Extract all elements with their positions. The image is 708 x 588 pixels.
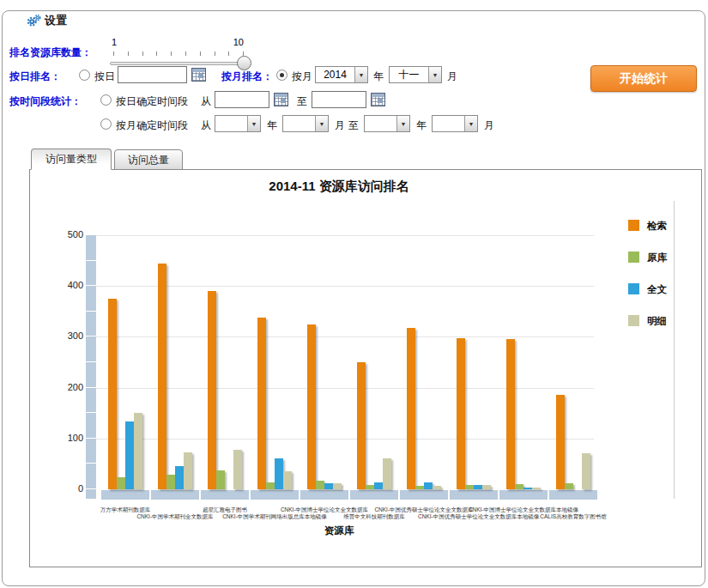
daily-rank-label: 按日排名： [9,70,61,84]
chevron-down-icon[interactable]: ▼ [354,67,367,82]
bar-原库 [465,485,474,489]
chevron-down-icon[interactable]: ▼ [464,116,477,131]
slider-ticks [113,52,244,56]
legend-label: 原库 [647,252,667,264]
bar-明细 [333,483,342,489]
chart-right-border [674,201,675,499]
period-to-date-input[interactable] [312,91,366,108]
to-month-select[interactable]: ▼ [432,115,478,132]
bar-原库 [415,486,424,489]
year-unit-label: 年 [373,70,384,84]
bar-全文 [424,482,433,489]
x-axis-band-segment [549,490,597,500]
to-year-select[interactable]: ▼ [364,115,410,132]
bar-原库 [266,482,275,489]
period-by-month-radio-label[interactable]: 按月确定时间段 [116,118,188,133]
by-month-radio[interactable] [276,70,287,81]
x-category-label: CNKI-中国学术期刊网络出版总库本地镜像 [219,513,330,521]
from-month-value [283,116,315,131]
bar-检索 [506,339,515,489]
bar-明细 [532,488,541,489]
x-axis-band-segment [201,490,249,500]
resource-count-label: 排名资源库数量： [9,45,92,60]
x-axis-title: 资源库 [30,524,648,537]
daily-date-input[interactable] [118,66,187,83]
y-axis-band [86,235,96,499]
x-category-label: 维普中文科技期刊数据库 [318,513,430,521]
bar-明细 [283,471,292,489]
bar-明细 [134,413,142,489]
legend-label: 检索 [647,220,667,233]
month-unit-label: 月 [335,118,345,133]
gear-icon [27,15,41,27]
slider-handle[interactable] [237,56,251,70]
bar-检索 [357,362,366,489]
x-category-label: CNKI-中国学术期刊全文数据库 [119,513,231,521]
to-month-value [433,116,464,131]
bar-检索 [108,299,117,489]
year-unit-label: 年 [267,118,277,133]
chevron-down-icon[interactable]: ▼ [315,116,328,131]
legend-swatch-全文 [628,283,639,294]
period-by-day-radio[interactable] [100,94,112,106]
bar-检索 [208,291,216,489]
period-from-date-input[interactable] [215,91,269,108]
by-day-radio[interactable] [79,70,90,81]
bar-检索 [307,324,316,489]
year-select[interactable]: 2014 ▼ [315,66,368,83]
bar-全文 [175,466,184,489]
y-tick-label: 100 [45,433,83,443]
slider-max-label: 10 [233,37,244,47]
from-label: 从 [201,118,211,133]
period-by-day-radio-label[interactable]: 按日确定时间段 [116,94,188,109]
bar-检索 [457,338,465,489]
bar-检索 [556,395,565,489]
year-select-value: 2014 [316,67,354,82]
to-label: 至 [348,118,359,133]
tab-visit-total[interactable]: 访问总量 [114,149,183,170]
daily-date-calendar-icon[interactable] [191,68,206,82]
legend-label: 全文 [647,283,667,296]
y-tick-label: 0 [45,483,83,494]
start-statistics-button[interactable]: 开始统计 [590,65,697,92]
to-year-value [365,116,396,131]
bar-原库 [366,485,374,489]
chart-panel: 2014-11 资源库访问排名 0100200300400500万方学术期刊数据… [29,169,702,567]
x-axis-band-segment [499,490,548,500]
slider-track[interactable] [110,62,247,65]
bar-明细 [482,485,491,489]
legend-label: 明细 [647,315,667,328]
bar-明细 [433,486,441,489]
chevron-down-icon[interactable]: ▼ [396,116,409,131]
bar-原库 [515,484,523,489]
period-to-calendar-icon[interactable] [371,93,385,106]
period-by-month-radio[interactable] [100,118,112,130]
by-month-radio-label[interactable]: 按月 [292,70,312,84]
bar-全文 [374,482,383,489]
from-year-value [215,116,247,131]
x-axis-band-segment [450,490,498,500]
bar-检索 [407,328,415,489]
from-year-select[interactable]: ▼ [215,115,261,132]
x-axis-band-segment [400,490,448,500]
chevron-down-icon[interactable]: ▼ [247,116,260,131]
month-select[interactable]: 十一 ▼ [389,66,442,83]
by-day-radio-label[interactable]: 按日 [94,70,115,84]
tab-visit-type[interactable]: 访问量类型 [31,149,112,170]
y-tick-label: 300 [45,330,83,341]
from-label: 从 [201,94,211,109]
from-month-select[interactable]: ▼ [282,115,329,132]
x-category-label: CALIS高校教育数字图书馆 [517,513,629,521]
period-from-calendar-icon[interactable] [274,93,288,106]
bar-全文 [523,488,532,489]
chevron-down-icon[interactable]: ▼ [428,67,441,82]
x-axis-band-segment [300,490,348,500]
month-unit-label: 月 [484,118,494,133]
slider-min-label: 1 [112,37,117,47]
bar-原库 [565,483,573,489]
period-stats-label: 按时间段统计： [9,94,82,109]
bar-原库 [117,477,125,489]
x-axis-band-segment [251,490,299,500]
bar-明细 [582,453,590,489]
bar-全文 [474,485,482,489]
